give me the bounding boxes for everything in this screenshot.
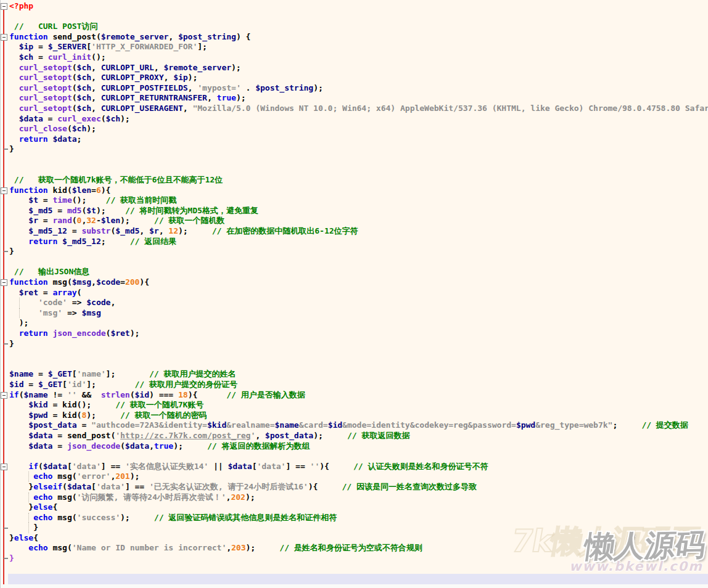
code-line[interactable]: $kid = kid(); // 获取一个随机7K账号 [9,400,708,410]
code-token: msg [57,472,72,481]
code-line[interactable]: $pwd = kid(8); // 获取一个随机的密码 [9,410,708,421]
code-line[interactable]: // CURL POST访问 [9,22,708,32]
code-token: } [9,502,33,512]
code-line[interactable]: echo msg('Name or ID number is incorrect… [9,543,708,553]
code-line[interactable]: }else{ [9,502,708,513]
code-token: $_GET [38,380,62,389]
code-line[interactable]: ); [9,318,708,329]
code-line[interactable]: $data = send_post('http://zc.7k7k.com/po… [9,431,708,441]
code-line[interactable]: function msg($msg,$code=200){ [9,277,708,288]
code-line[interactable]: if($name != '' && strlen($id) === 18){ /… [9,390,708,401]
code-token: , [255,431,265,440]
code-line[interactable] [9,564,708,574]
code-token: CURLOPT_PROXY [101,73,164,82]
code-token: ); [120,216,154,225]
code-token: else [33,502,52,512]
code-line[interactable]: $id = $_GET['id']; // 获取用户提交的身份证号 [9,380,708,390]
code-line[interactable]: echo msg('访问频繁, 请等待24小时后再次尝试！',202); [9,492,708,503]
code-token: msg [57,513,72,522]
code-line[interactable]: if($data['data'] == '实名信息认证失败14' || $dat… [9,462,708,472]
code-line[interactable] [9,12,708,22]
code-line[interactable]: } [9,247,708,257]
code-line[interactable]: return json_encode($ret); [9,329,708,339]
code-line[interactable]: }else{ [9,533,708,544]
code-token: => [67,298,86,307]
current-line-highlight[interactable] [8,574,708,584]
code-line[interactable] [9,349,708,359]
code-token: != [48,390,67,399]
code-line[interactable]: $ret = array( [9,288,708,298]
code-line[interactable]: $_md5_12 = substr($_md5, $r, 12); // 在加密… [9,226,708,237]
code-token: time [52,195,72,205]
code-line[interactable]: $ch = curl_init(); [9,52,708,63]
code-line[interactable]: // 输出JSON信息 [9,267,708,277]
fold-toggle-icon[interactable] [1,3,7,10]
code-line[interactable]: curl_setopt($ch, CURLOPT_PROXY, $ip); [9,73,708,83]
code-line[interactable]: } [9,553,708,564]
code-token: ( [96,32,101,41]
code-line[interactable] [9,155,708,165]
code-line[interactable]: $name = $_GET['name']; // 获取用户提交的姓名 [9,369,708,380]
code-line[interactable]: curl_close($ch); [9,124,708,134]
code-token: // 获取一个随机7K账号 [115,400,204,409]
code-token: ; [77,134,82,144]
code-token: $ch [77,104,91,113]
code-token: // 输出JSON信息 [9,267,89,276]
code-token: 201 [115,472,130,481]
fold-toggle-icon[interactable] [1,463,7,470]
indent-guide [28,513,29,523]
code-line[interactable]: <?php [9,1,708,12]
code-token: ( [67,124,72,133]
fold-toggle-icon[interactable] [1,279,7,286]
code-line[interactable]: function kid($len=6){ [9,186,708,196]
code-line[interactable]: return $_md5_12; // 返回结果 [9,237,708,247]
code-line[interactable]: $data = curl_exec($ch); [9,114,708,125]
code-token: ); [245,492,255,502]
code-token [9,513,33,522]
url-link[interactable]: http://zc.7k7k.com/post_reg [120,431,250,440]
code-token: // 将时间戳转为MD5格式，避免重复 [125,206,258,215]
code-token: CURLOPT_USERAGENT [101,104,183,113]
code-area[interactable]: <?php // CURL POST访问function send_post($… [1,1,708,584]
code-line[interactable]: } [9,339,708,349]
code-line[interactable]: $_md5 = md5($t); // 将时间戳转为MD5格式，避免重复 [9,206,708,216]
code-token: 203 [231,543,245,552]
code-token: , [168,32,178,41]
code-line[interactable]: }elseif($data['data'] == '已无实名认证次数, 请于24… [9,482,708,492]
code-line[interactable]: $t = time(); // 获取当前时间戳 [9,195,708,206]
code-line[interactable]: } [9,144,708,155]
code-token: $data [125,441,149,451]
code-line[interactable]: function send_post($remote_server, $post… [9,32,708,43]
code-line[interactable]: return $data; [9,134,708,145]
code-line[interactable] [9,257,708,267]
code-line[interactable]: curl_setopt($ch, CURLOPT_POSTFIELDS, 'my… [9,83,708,94]
code-line[interactable]: curl_setopt($ch, CURLOPT_URL, $remote_se… [9,63,708,73]
fold-toggle-icon[interactable] [1,34,7,41]
code-token: echo [33,492,52,502]
code-line[interactable]: curl_setopt($ch, CURLOPT_USERAGENT, "Moz… [9,104,708,114]
code-line[interactable] [9,359,708,370]
code-line[interactable]: 'msg' => $msg [9,308,708,319]
code-line[interactable]: echo msg('success'); // 返回验证码错误或其他信息则是姓名… [9,513,708,523]
code-line[interactable] [9,165,708,176]
fold-toggle-icon[interactable] [1,187,7,194]
code-line[interactable]: $r = rand(0,32-$len); // 获取一个随机数 [9,216,708,226]
code-line[interactable] [9,451,708,462]
code-line[interactable]: curl_setopt($ch, CURLOPT_RETURNTRANSFER,… [9,93,708,104]
code-token: function [9,32,48,41]
code-token: $data [28,441,52,451]
code-token: curl_init [48,52,91,62]
code-token: ) === [149,390,178,399]
code-line[interactable]: $post_data = "authcode=72A3&identity=$ki… [9,420,708,431]
code-line[interactable]: // 获取一个随机7k账号，不能低于6位且不能高于12位 [9,175,708,186]
code-line[interactable]: $ip = $_SERVER['HTTP_X_FORWARDED_FOR']; [9,42,708,52]
code-token: 12 [168,226,178,235]
code-editor[interactable]: <?php // CURL POST访问function send_post($… [0,0,708,588]
code-line[interactable]: echo msg('error',201); [9,472,708,482]
fold-toggle-icon[interactable] [1,392,7,399]
code-token: ( [72,216,77,225]
code-line[interactable]: $data = json_decode($data,true); // 将返回的… [9,441,708,452]
code-line[interactable]: } [9,523,708,533]
code-token: [ [86,42,91,51]
code-line[interactable]: 'code' => $code, [9,298,708,308]
